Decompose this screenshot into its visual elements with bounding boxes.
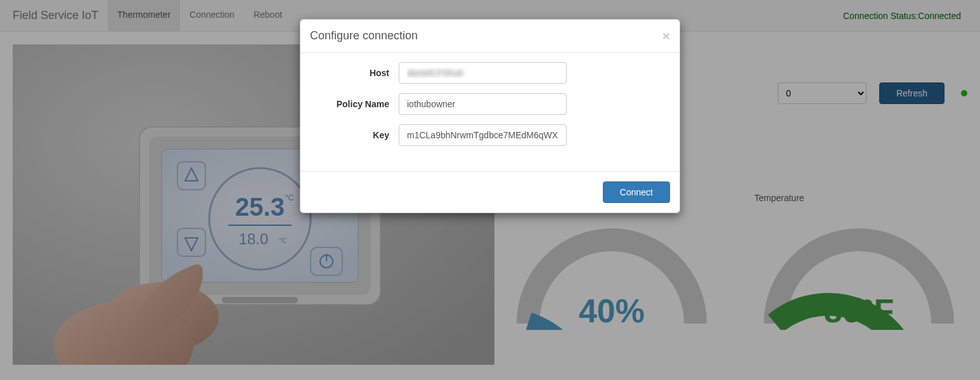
- key-input[interactable]: [399, 124, 567, 146]
- host-label: Host: [310, 68, 399, 78]
- key-label: Key: [310, 130, 399, 140]
- connect-button[interactable]: Connect: [603, 181, 670, 203]
- policy-name-label: Policy Name: [310, 99, 399, 109]
- close-icon[interactable]: ×: [662, 29, 670, 43]
- host-input[interactable]: [399, 62, 567, 84]
- policy-name-input[interactable]: [399, 93, 567, 115]
- modal-footer: Connect: [300, 171, 680, 213]
- modal-body: Host Policy Name Key: [300, 53, 680, 171]
- modal-title: Configure connection: [310, 29, 418, 43]
- modal-header: Configure connection ×: [300, 20, 680, 53]
- configure-connection-modal: Configure connection × Host Policy Name …: [300, 19, 680, 213]
